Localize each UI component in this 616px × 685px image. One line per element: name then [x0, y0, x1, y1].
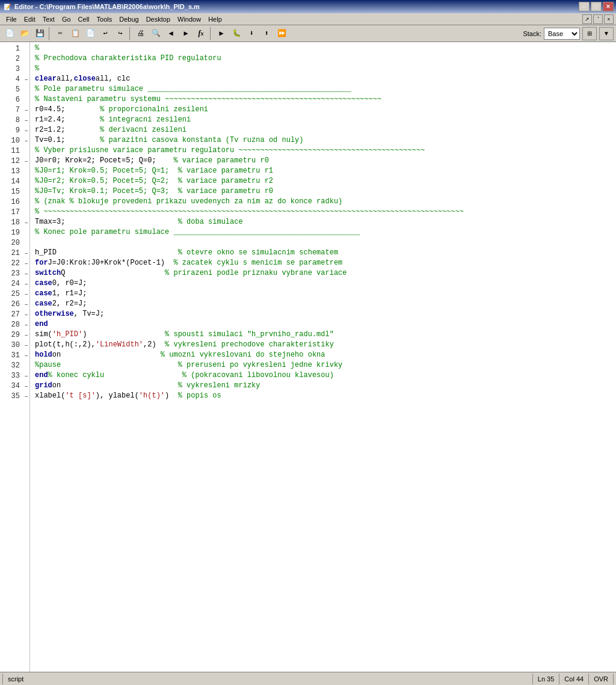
open-file-button[interactable]: 📂: [17, 27, 32, 40]
code-line[interactable]: for J=J0:Krok:J0+Krok*(Pocet-1) % zacate…: [35, 258, 611, 268]
breakpoint-dash: –: [24, 372, 28, 379]
code-line[interactable]: % ~~~~~~~~~~~~~~~~~~~~~~~~~~~~~~~~~~~~~~…: [35, 207, 611, 217]
line-number-row: 15: [0, 186, 29, 197]
col-value: 44: [576, 675, 584, 683]
code-line[interactable]: sim('h_PID') % spousti simulaci "h_prvni…: [35, 330, 611, 340]
close-button[interactable]: ✕: [603, 2, 614, 11]
stack-label: Stack:: [523, 30, 541, 37]
float-button[interactable]: ʼ: [593, 14, 603, 24]
close-panel-button[interactable]: ×: [604, 14, 614, 24]
forward-button[interactable]: ▶: [179, 27, 193, 40]
fx-button[interactable]: fx: [194, 27, 208, 40]
save-button[interactable]: 💾: [32, 27, 47, 40]
menu-edit[interactable]: Edit: [20, 14, 39, 24]
status-ln: Ln 35: [533, 674, 560, 684]
breakpoint-dash: –: [24, 158, 28, 165]
redo-button[interactable]: ↪: [113, 27, 128, 40]
line-number-row: 7–: [0, 105, 29, 115]
menu-go[interactable]: Go: [58, 14, 75, 24]
code-line[interactable]: case 1, r1=J;: [35, 289, 611, 299]
menu-file[interactable]: File: [2, 14, 20, 24]
code-line[interactable]: % Pole parametru simulace ______________…: [35, 84, 611, 94]
breakpoint-dash: –: [24, 127, 28, 134]
code-line[interactable]: end: [35, 319, 611, 330]
line-number-row: 31–: [0, 350, 29, 360]
code-line[interactable]: plot(t,h(:,2),'LineWidth',2) % vykreslen…: [35, 340, 611, 350]
code-line[interactable]: otherwise, Tv=J;: [35, 309, 611, 319]
menu-bar: File Edit Text Go Cell Tools Debug Deskt…: [0, 13, 616, 25]
step-button[interactable]: ⬇: [244, 27, 259, 40]
arrange-button[interactable]: ▼: [599, 27, 614, 40]
line-number-row: 5: [0, 84, 29, 94]
new-file-button[interactable]: 📄: [2, 27, 17, 40]
window-controls: ─ □ ✕: [579, 2, 614, 11]
code-line[interactable]: case 0, r0=J;: [35, 278, 611, 289]
breakpoint-dash: –: [24, 250, 28, 257]
line-number-row: 9–: [0, 125, 29, 135]
debug-button[interactable]: 🐛: [229, 27, 244, 40]
breakpoint-dash: –: [24, 311, 28, 318]
status-ovr: OVR: [589, 674, 614, 684]
code-line[interactable]: % Konec pole parametru simulace ________…: [35, 227, 611, 238]
code-line[interactable]: [35, 238, 611, 248]
menu-cell[interactable]: Cell: [75, 14, 93, 24]
minimize-button[interactable]: ─: [579, 2, 590, 11]
menu-window[interactable]: Window: [174, 14, 205, 24]
code-line[interactable]: % Vyber prislusne variace parametru regu…: [35, 146, 611, 156]
breakpoint-dash: –: [24, 290, 28, 298]
line-number-row: 1: [0, 43, 29, 54]
code-line[interactable]: switch Q % prirazeni podle priznaku vybr…: [35, 268, 611, 278]
code-line[interactable]: xlabel('t [s]'), ylabel('h(t)') % popis …: [35, 391, 611, 401]
code-line[interactable]: % Prechodova charakteristika PID regulat…: [35, 54, 611, 64]
code-line[interactable]: % Nastaveni parametru systemu ~~~~~~~~~~…: [35, 94, 611, 105]
code-content[interactable]: %% Prechodova charakteristika PID regula…: [30, 42, 616, 672]
code-line[interactable]: h_PID % otevre okno se simulacnim schema…: [35, 248, 611, 258]
code-line[interactable]: grid on % vykresleni mrizky: [35, 381, 611, 391]
stepout-button[interactable]: ⬆: [259, 27, 274, 40]
line-number-row: 30–: [0, 340, 29, 350]
code-line[interactable]: clear all, close all, clc: [35, 74, 611, 84]
paste-button[interactable]: 📄: [83, 27, 97, 40]
code-line[interactable]: Tmax=3; % doba simulace: [35, 217, 611, 227]
run-button[interactable]: ▶: [214, 27, 229, 40]
line-number-row: 12–: [0, 156, 29, 166]
code-line[interactable]: % (znak % blokuje provedeni prikazu uved…: [35, 197, 611, 207]
line-number-row: 4–: [0, 74, 29, 84]
code-line[interactable]: %J0=r1; Krok=0.5; Pocet=5; Q=1; % variac…: [35, 166, 611, 176]
code-line[interactable]: %: [35, 64, 611, 74]
grid-view-button[interactable]: ⊞: [582, 27, 597, 40]
back-button[interactable]: ◀: [164, 27, 178, 40]
menu-text[interactable]: Text: [39, 14, 58, 24]
code-line[interactable]: r1=2.4; % integracni zesileni: [35, 115, 611, 125]
line-number-row: 32: [0, 360, 29, 370]
menu-help[interactable]: Help: [205, 14, 226, 24]
col-label: Col: [564, 675, 574, 683]
code-line[interactable]: J0=r0; Krok=2; Pocet=5; Q=0; % variace p…: [35, 156, 611, 166]
menu-debug[interactable]: Debug: [116, 14, 142, 24]
undock-button[interactable]: ↗: [582, 14, 592, 24]
find-button[interactable]: 🔍: [149, 27, 163, 40]
undo-button[interactable]: ↩: [98, 27, 112, 40]
code-line[interactable]: %J0=r2; Krok=0.5; Pocet=5; Q=2; % variac…: [35, 176, 611, 186]
menu-desktop[interactable]: Desktop: [143, 14, 174, 24]
code-line[interactable]: case 2, r2=J;: [35, 299, 611, 309]
code-line[interactable]: end % konec cyklu % (pokracovani libovol…: [35, 370, 611, 381]
print-button[interactable]: 🖨: [134, 27, 148, 40]
ln-value: 35: [547, 675, 554, 683]
cut-button[interactable]: ✂: [53, 27, 67, 40]
copy-button[interactable]: 📋: [68, 27, 82, 40]
code-line[interactable]: r0=4.5; % proporcionalni zesileni: [35, 105, 611, 115]
stack-select[interactable]: Base: [544, 28, 580, 40]
code-line[interactable]: Tv=0.1; % parazitni casova konstanta (Tv…: [35, 135, 611, 146]
code-line[interactable]: %pause % preruseni po vykresleni jedne k…: [35, 360, 611, 370]
code-line[interactable]: hold on % umozni vykreslovani do stejneh…: [35, 350, 611, 360]
editor-area[interactable]: 1234–567–8–9–10–1112–131415161718–192021…: [0, 42, 616, 672]
code-line[interactable]: %J0=Tv; Krok=0.1; Pocet=5; Q=3; % variac…: [35, 186, 611, 197]
breakpoint-dash: –: [24, 342, 28, 349]
code-line[interactable]: %: [35, 43, 611, 54]
continue-button[interactable]: ⏩: [274, 27, 289, 40]
code-line[interactable]: r2=1.2; % derivacni zesileni: [35, 125, 611, 135]
maximize-button[interactable]: □: [591, 2, 602, 11]
breakpoint-dash: –: [24, 260, 28, 267]
menu-tools[interactable]: Tools: [93, 14, 116, 24]
